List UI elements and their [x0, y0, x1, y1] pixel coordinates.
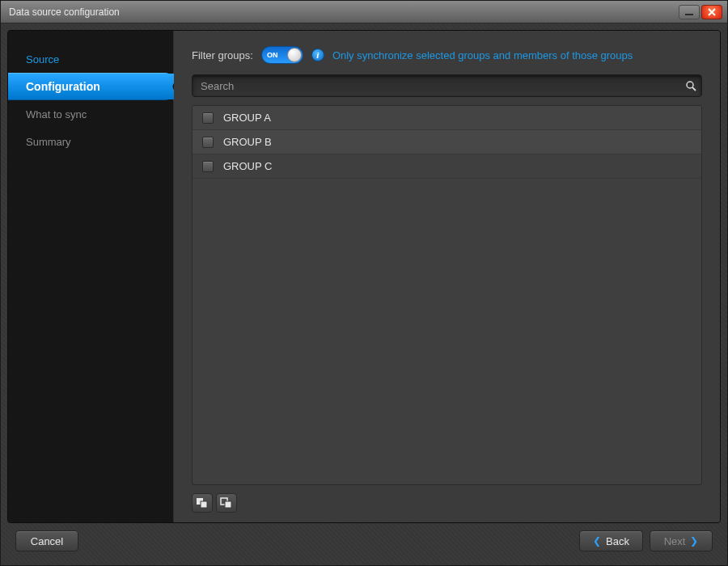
svg-point-1: [687, 82, 693, 88]
sidebar-item-source[interactable]: Source: [8, 45, 173, 73]
toggle-knob: [287, 48, 302, 62]
minimize-button[interactable]: [679, 5, 700, 19]
group-checkbox[interactable]: [202, 161, 214, 172]
selection-toolbar: [192, 493, 702, 513]
sidebar-item-label: Configuration: [26, 80, 100, 93]
svg-rect-0: [685, 14, 693, 15]
button-label: Next: [664, 535, 686, 547]
search-input[interactable]: [192, 74, 702, 97]
select-all-button[interactable]: [192, 493, 213, 513]
sidebar-item-label: What to sync: [26, 108, 87, 120]
back-button[interactable]: ❮ Back: [579, 530, 643, 551]
filter-toggle[interactable]: ON: [261, 46, 303, 64]
wizard-sidebar: Source Configuration What to sync Summar…: [8, 31, 174, 522]
sidebar-item-what-to-sync[interactable]: What to sync: [8, 100, 173, 128]
dialog-body: Source Configuration What to sync Summar…: [1, 23, 727, 565]
main-content: Filter groups: ON i Only synchronize sel…: [174, 31, 720, 522]
filter-row: Filter groups: ON i Only synchronize sel…: [192, 44, 702, 66]
svg-line-2: [692, 87, 696, 91]
select-none-button[interactable]: [216, 493, 237, 513]
minimize-icon: [684, 7, 694, 17]
group-label: GROUP B: [223, 136, 272, 148]
dialog-footer: Cancel ❮ Back Next ❯: [7, 523, 721, 559]
info-icon[interactable]: i: [311, 49, 324, 61]
svg-rect-6: [225, 501, 231, 508]
group-row[interactable]: GROUP A: [193, 106, 701, 130]
group-checkbox[interactable]: [202, 137, 214, 148]
button-label: Back: [606, 535, 629, 547]
dialog-window: Data source configuration Source Configu…: [0, 0, 728, 566]
group-row[interactable]: GROUP C: [193, 154, 701, 179]
search-wrap: [192, 74, 702, 97]
group-list: GROUP A GROUP B GROUP C: [192, 105, 702, 485]
sidebar-item-configuration[interactable]: Configuration: [8, 73, 178, 100]
toggle-text: ON: [267, 51, 278, 59]
next-button[interactable]: Next ❯: [650, 530, 713, 551]
filter-hint: Only synchronize selected groups and mem…: [332, 49, 633, 61]
sidebar-item-label: Source: [26, 53, 59, 65]
group-label: GROUP C: [223, 160, 272, 172]
window-title: Data source configuration: [9, 6, 120, 18]
group-label: GROUP A: [223, 112, 271, 124]
group-row[interactable]: GROUP B: [193, 130, 701, 154]
sidebar-item-label: Summary: [26, 136, 71, 148]
cancel-button[interactable]: Cancel: [15, 530, 78, 551]
close-icon: [708, 8, 716, 16]
close-button[interactable]: [701, 5, 722, 19]
sidebar-item-summary[interactable]: Summary: [8, 128, 173, 155]
chevron-left-icon: ❮: [593, 535, 601, 547]
search-icon[interactable]: [684, 79, 697, 92]
button-label: Cancel: [31, 535, 63, 547]
select-none-icon: [220, 497, 233, 509]
group-checkbox[interactable]: [202, 112, 214, 124]
svg-rect-4: [201, 501, 207, 508]
chevron-right-icon: ❯: [690, 535, 698, 547]
select-all-icon: [196, 497, 209, 509]
titlebar: Data source configuration: [1, 1, 727, 23]
filter-label: Filter groups:: [192, 49, 253, 61]
content-panel: Source Configuration What to sync Summar…: [7, 30, 721, 523]
